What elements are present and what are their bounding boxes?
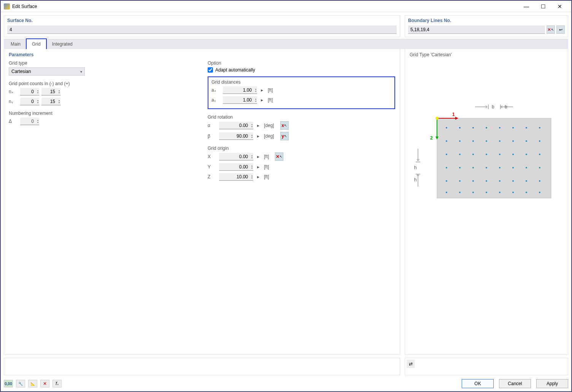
svg-point-23	[486, 140, 487, 142]
maximize-button[interactable]: ☐	[535, 1, 551, 12]
svg-point-39	[486, 167, 487, 168]
spinner-down-icon[interactable]: ▾	[249, 125, 253, 128]
spinner-down-icon[interactable]: ▾	[249, 167, 253, 169]
svg-point-58	[526, 192, 527, 193]
tab-main[interactable]: Main	[5, 39, 26, 49]
surface-number-panel: Surface No.	[4, 15, 400, 37]
minimize-button[interactable]: —	[518, 1, 535, 12]
toolbar-button-3[interactable]: 📐	[28, 380, 37, 387]
svg-point-43	[539, 167, 540, 168]
grid-type-dropdown[interactable]: Cartesian ▾	[9, 67, 85, 76]
svg-point-15	[486, 127, 487, 129]
tab-bar: Main Grid Integrated	[4, 39, 568, 49]
svg-point-17	[512, 127, 514, 129]
origin-pick-button[interactable]: ✕↖	[275, 152, 283, 161]
spinner-down-icon[interactable]: ▾	[253, 100, 256, 102]
svg-point-42	[526, 167, 527, 168]
axis-2-label: 2	[430, 135, 433, 141]
reverse-boundary-button[interactable]: ↩	[556, 25, 565, 34]
svg-point-53	[459, 192, 461, 193]
numbering-symbol: Δ	[9, 119, 18, 124]
tab-integrated[interactable]: Integrated	[47, 39, 78, 49]
beta-input[interactable]	[234, 133, 248, 139]
svg-point-28	[446, 154, 447, 155]
svg-point-19	[539, 127, 540, 129]
spinner-down-icon[interactable]: ▾	[249, 177, 253, 179]
ny-pos-input[interactable]	[41, 99, 55, 104]
boundary-lines-input[interactable]	[408, 25, 545, 34]
svg-point-48	[499, 180, 500, 182]
nx-neg-input[interactable]	[20, 89, 34, 94]
close-button[interactable]: ✕	[551, 1, 568, 12]
beta-more-button[interactable]: ▸	[256, 133, 260, 139]
boundary-lines-label: Boundary Lines No.	[405, 16, 568, 23]
ax-input[interactable]	[238, 87, 252, 93]
pick-boundary-button[interactable]: ✕↖	[547, 25, 555, 34]
swap-view-button[interactable]: ⇄	[407, 360, 415, 368]
origin-y-input[interactable]	[234, 164, 248, 170]
origin-z-label: Z	[208, 174, 217, 179]
toolbar-button-4[interactable]: ✕	[40, 380, 49, 387]
svg-point-50	[526, 180, 527, 182]
cancel-button[interactable]: Cancel	[499, 379, 531, 388]
beta-pick-button[interactable]: y↖	[280, 132, 289, 140]
spinner-down-icon[interactable]: ▾	[249, 157, 253, 159]
origin-y-more-button[interactable]: ▸	[256, 164, 260, 170]
alpha-more-button[interactable]: ▸	[256, 123, 260, 128]
units-button[interactable]: 0,00	[4, 380, 13, 387]
svg-point-14	[472, 127, 474, 129]
origin-z-more-button[interactable]: ▸	[256, 174, 260, 179]
surface-number-input[interactable]	[7, 25, 397, 34]
svg-point-25	[512, 140, 514, 142]
svg-point-37	[459, 167, 461, 168]
parameters-panel: Parameters Grid type Cartesian ▾ Grid po…	[4, 49, 400, 355]
svg-point-45	[459, 180, 461, 182]
tab-grid[interactable]: Grid	[26, 38, 47, 49]
spinner-down-icon[interactable]: ▾	[253, 90, 256, 92]
grid-type-value: Cartesian	[11, 69, 31, 74]
ay-more-button[interactable]: ▸	[260, 97, 264, 103]
nx-pos-input[interactable]	[41, 89, 55, 94]
grid-distances-label: Grid distances	[211, 79, 391, 85]
spinner-down-icon[interactable]: ▾	[56, 102, 60, 104]
app-icon	[4, 3, 10, 10]
alpha-pick-button[interactable]: x↖	[280, 121, 289, 130]
svg-point-31	[486, 154, 487, 155]
origin-x-more-button[interactable]: ▸	[256, 154, 260, 159]
toolbar-button-5[interactable]: fₓ	[52, 380, 62, 387]
toolbar-button-2[interactable]: 🔧	[16, 380, 25, 387]
origin-z-unit: [ft]	[264, 174, 269, 179]
svg-point-38	[472, 167, 474, 168]
svg-point-33	[512, 154, 514, 155]
alpha-input[interactable]	[234, 123, 248, 128]
adapt-automatically-label: Adapt automatically	[215, 67, 255, 73]
footer: 0,00 🔧 📐 ✕ fₓ OK Cancel Apply	[4, 379, 568, 388]
svg-point-35	[539, 154, 540, 155]
apply-button[interactable]: Apply	[536, 379, 568, 388]
spinner-down-icon[interactable]: ▾	[56, 92, 60, 94]
svg-point-51	[539, 180, 540, 182]
ok-button[interactable]: OK	[462, 379, 494, 388]
comment-panel[interactable]	[4, 358, 400, 375]
svg-point-52	[446, 192, 447, 193]
ay-input[interactable]	[238, 97, 252, 103]
origin-y-unit: [ft]	[264, 164, 269, 170]
origin-x-input[interactable]	[234, 154, 248, 159]
chevron-down-icon: ▾	[80, 70, 82, 74]
svg-point-27	[539, 140, 540, 142]
spinner-down-icon[interactable]: ▾	[35, 102, 38, 104]
parameters-title: Parameters	[9, 52, 395, 57]
ny-neg-input[interactable]	[20, 99, 34, 104]
spinner-down-icon[interactable]: ▾	[35, 92, 38, 94]
origin-x-label: X	[208, 154, 217, 159]
ax-more-button[interactable]: ▸	[260, 87, 264, 93]
origin-z-input[interactable]	[234, 174, 248, 179]
svg-point-24	[499, 140, 500, 142]
adapt-automatically-checkbox[interactable]	[208, 67, 213, 73]
swap-panel: ⇄	[405, 358, 568, 375]
origin-y-label: Y	[208, 164, 217, 170]
preview-panel: Grid Type 'Cartesian' b b	[405, 49, 568, 355]
spinner-down-icon[interactable]: ▾	[249, 136, 253, 138]
svg-point-36	[446, 167, 447, 168]
svg-point-41	[512, 167, 514, 168]
